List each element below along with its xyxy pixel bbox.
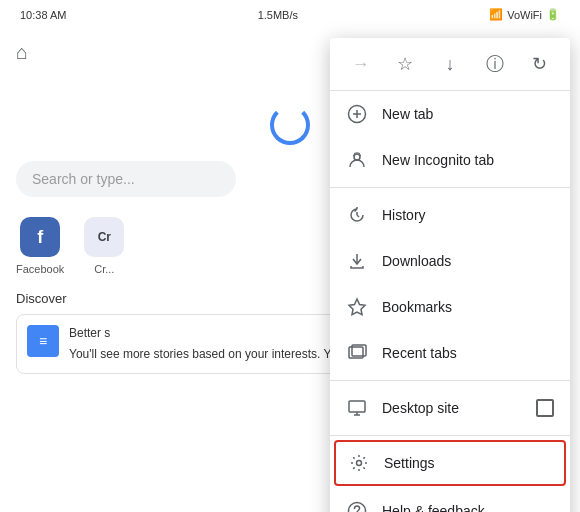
svg-point-3 [354,154,360,160]
search-bar[interactable]: Search or type... [16,161,236,197]
menu-item-bookmarks[interactable]: Bookmarks [330,284,570,330]
desktop-site-checkbox[interactable] [536,399,554,417]
time-display: 10:38 AM [20,9,66,21]
wifi-icon: VoWiFi [507,9,542,21]
menu-item-recent-tabs[interactable]: Recent tabs [330,330,570,376]
desktop-site-label: Desktop site [382,400,522,416]
download-button[interactable]: ↓ [434,48,466,80]
battery-icon: 🔋 [546,8,560,21]
dropdown-menu: → ☆ ↓ ⓘ ↻ New tab New Incognito tab [330,38,570,512]
history-label: History [382,207,554,223]
signal-area: 📶 VoWiFi 🔋 [489,8,560,21]
divider-2 [330,380,570,381]
home-icon[interactable]: ⌂ [16,41,28,64]
bookmark-button[interactable]: ☆ [389,48,421,80]
chrome-shortcut-icon: Cr [84,217,124,257]
menu-item-desktop-site[interactable]: Desktop site [330,385,570,431]
signal-bars-icon: 📶 [489,8,503,21]
speed-display: 1.5MB/s [258,9,298,21]
bookmarks-label: Bookmarks [382,299,554,315]
divider-1 [330,187,570,188]
svg-point-5 [359,155,361,157]
gear-icon [348,452,370,474]
menu-item-history[interactable]: History [330,192,570,238]
forward-button[interactable]: → [344,48,376,80]
svg-marker-7 [349,299,365,315]
new-tab-label: New tab [382,106,554,122]
plus-circle-icon [346,103,368,125]
svg-point-4 [353,155,355,157]
status-bar: 10:38 AM 1.5MB/s 📶 VoWiFi 🔋 [0,8,580,21]
svg-rect-10 [349,401,365,412]
menu-item-incognito[interactable]: New Incognito tab [330,137,570,183]
monitor-icon [346,397,368,419]
recent-tabs-icon [346,342,368,364]
toolbar-row: → ☆ ↓ ⓘ ↻ [330,38,570,91]
menu-item-downloads[interactable]: Downloads [330,238,570,284]
svg-point-14 [349,503,366,513]
menu-item-settings[interactable]: Settings [334,440,566,486]
downloads-label: Downloads [382,253,554,269]
facebook-icon: f [20,217,60,257]
incognito-label: New Incognito tab [382,152,554,168]
divider-3 [330,435,570,436]
google-logo [270,105,310,145]
refresh-button[interactable]: ↻ [524,48,556,80]
recent-tabs-label: Recent tabs [382,345,554,361]
chrome-shortcut-label: Cr... [94,263,114,275]
info-button[interactable]: ⓘ [479,48,511,80]
settings-label: Settings [384,455,552,471]
facebook-label: Facebook [16,263,64,275]
menu-item-new-tab[interactable]: New tab [330,91,570,137]
history-icon [346,204,368,226]
shortcut-chrome[interactable]: Cr Cr... [84,217,124,275]
star-icon [346,296,368,318]
incognito-icon [346,149,368,171]
svg-point-13 [357,461,362,466]
menu-item-help[interactable]: Help & feedback [330,488,570,512]
help-label: Help & feedback [382,503,554,512]
article-icon: ≡ [27,325,59,357]
downloads-icon [346,250,368,272]
help-icon [346,500,368,512]
shortcut-facebook[interactable]: f Facebook [16,217,64,275]
